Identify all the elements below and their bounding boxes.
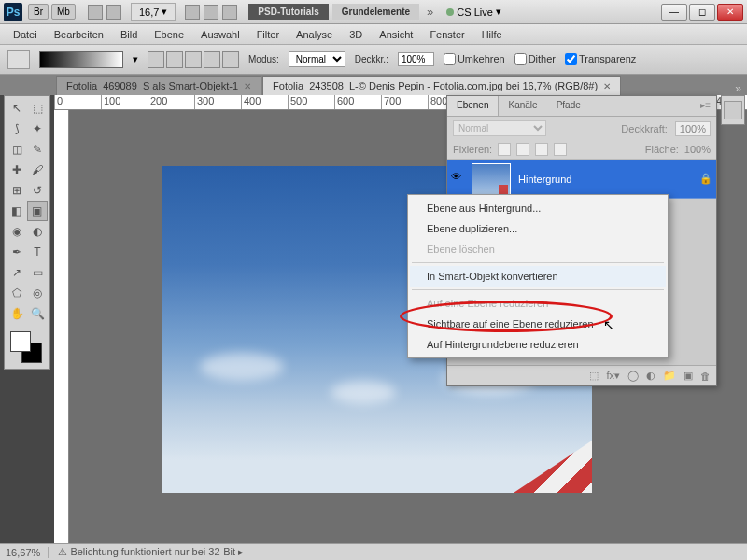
- maximize-button[interactable]: ◻: [689, 4, 715, 21]
- minibridge-button[interactable]: Mb: [51, 4, 76, 20]
- menu-analyse[interactable]: Analyse: [289, 26, 340, 43]
- lock-position-icon[interactable]: [535, 143, 548, 156]
- move-tool[interactable]: ↖: [7, 98, 27, 119]
- layer-thumbnail[interactable]: [472, 163, 511, 195]
- link-layers-icon[interactable]: ⬚: [589, 370, 599, 382]
- hand-tool[interactable]: ✋: [7, 303, 27, 324]
- modus-select[interactable]: Normal: [289, 51, 345, 67]
- wand-tool[interactable]: ✦: [27, 119, 48, 139]
- menu-ebene[interactable]: Ebene: [147, 26, 191, 43]
- path-tool[interactable]: ↗: [7, 262, 27, 283]
- menu-3d[interactable]: 3D: [342, 26, 370, 43]
- ruler-vertical[interactable]: [54, 110, 69, 543]
- radial-gradient-icon[interactable]: [166, 51, 183, 68]
- close-button[interactable]: ✕: [717, 4, 743, 21]
- more-workspaces-icon[interactable]: »: [427, 5, 433, 19]
- panel-menu-icon[interactable]: ▸≡: [695, 96, 716, 116]
- screenmode-icon[interactable]: [222, 5, 237, 20]
- brush-tool[interactable]: 🖌: [27, 160, 48, 180]
- zoom-level[interactable]: 16,7▾: [131, 3, 176, 21]
- layer-fx-icon[interactable]: fx▾: [606, 370, 620, 382]
- history-brush-tool[interactable]: ↺: [27, 180, 48, 201]
- menu-filter[interactable]: Filter: [249, 26, 287, 43]
- view-grid-icon[interactable]: [106, 5, 121, 20]
- 3d-tool[interactable]: ⬠: [7, 283, 27, 303]
- hand-icon[interactable]: [185, 5, 200, 20]
- visibility-icon[interactable]: 👁: [451, 171, 468, 188]
- menu-ansicht[interactable]: Ansicht: [372, 26, 420, 43]
- crop-tool[interactable]: ◫: [7, 139, 27, 160]
- delete-layer-icon[interactable]: 🗑: [700, 371, 711, 382]
- deckkraft-input[interactable]: [398, 52, 434, 66]
- close-tab-icon[interactable]: ✕: [244, 81, 251, 91]
- workspace-psdtutorials[interactable]: PSD-Tutorials: [248, 4, 328, 20]
- lock-all-icon[interactable]: [554, 143, 567, 156]
- ctx-ebene-duplizieren[interactable]: Ebene duplizieren...: [410, 218, 666, 239]
- stamp-tool[interactable]: ⊞: [7, 180, 27, 201]
- angle-gradient-icon[interactable]: [185, 51, 202, 68]
- ctx-hintergrund-reduzieren[interactable]: Auf Hintergrundebene reduzieren: [410, 334, 666, 355]
- fill-value[interactable]: 100%: [684, 144, 711, 155]
- opacity-value[interactable]: 100%: [675, 121, 711, 136]
- ctx-sichtbare-reduzieren[interactable]: Sichtbare auf eine Ebene reduzieren: [410, 314, 666, 334]
- marquee-tool[interactable]: ⬚: [27, 98, 48, 119]
- cslive-button[interactable]: CS Live▾: [446, 6, 501, 18]
- blur-tool[interactable]: ◉: [7, 221, 27, 242]
- eyedropper-tool[interactable]: ✎: [27, 139, 48, 160]
- lock-transparency-icon[interactable]: [498, 143, 511, 156]
- eraser-tool[interactable]: ◧: [7, 201, 27, 221]
- foreground-swatch[interactable]: [10, 331, 31, 352]
- pen-tool[interactable]: ✒: [7, 242, 27, 262]
- opacity-label: Deckkraft:: [621, 123, 668, 134]
- reflected-gradient-icon[interactable]: [204, 51, 220, 68]
- adjustment-layer-icon[interactable]: ◐: [646, 370, 655, 382]
- tab-ebenen[interactable]: Ebenen: [447, 96, 499, 116]
- linear-gradient-icon[interactable]: [148, 51, 164, 68]
- titlebar: Ps Br Mb 16,7▾ PSD-Tutorials Grundelemen…: [0, 0, 747, 24]
- transparenz-check[interactable]: Transparenz: [565, 53, 636, 66]
- close-tab-icon[interactable]: ✕: [603, 81, 611, 91]
- current-tool-icon[interactable]: [7, 50, 30, 69]
- lock-pixels-icon[interactable]: [516, 143, 529, 156]
- heal-tool[interactable]: ✚: [7, 160, 27, 180]
- view-extras-icon[interactable]: [88, 5, 103, 20]
- dock-icon-1[interactable]: [724, 101, 742, 119]
- group-icon[interactable]: 📁: [663, 370, 676, 382]
- shape-tool[interactable]: ▭: [27, 262, 48, 283]
- minimize-button[interactable]: —: [661, 4, 687, 21]
- ctx-separator: [412, 289, 664, 290]
- menu-bild[interactable]: Bild: [113, 26, 145, 43]
- 3d-camera-tool[interactable]: ◎: [27, 283, 48, 303]
- status-zoom[interactable]: 16,67%: [6, 547, 49, 558]
- menu-bearbeiten[interactable]: Bearbeiten: [47, 26, 111, 43]
- type-tool[interactable]: T: [27, 242, 48, 262]
- doc-tab-2[interactable]: Fotolia_243508_L-© Denis Pepin - Fotolia…: [262, 76, 621, 95]
- color-swatches[interactable]: [7, 329, 48, 367]
- doc-tab-1[interactable]: Fotolia_469089_S als Smart-Objekt-1✕: [56, 76, 261, 95]
- new-layer-icon[interactable]: ▣: [684, 370, 693, 382]
- tab-kanaele[interactable]: Kanäle: [499, 96, 546, 116]
- tab-pfade[interactable]: Pfade: [547, 96, 590, 116]
- ctx-smart-objekt-konvertieren[interactable]: In Smart-Objekt konvertieren: [410, 266, 666, 287]
- zoom-tool[interactable]: 🔍: [27, 303, 48, 324]
- menu-hilfe[interactable]: Hilfe: [474, 26, 510, 43]
- menu-auswahl[interactable]: Auswahl: [193, 26, 247, 43]
- dither-check[interactable]: Dither: [514, 53, 556, 66]
- diamond-gradient-icon[interactable]: [222, 51, 239, 68]
- gradient-picker[interactable]: [39, 51, 123, 68]
- ctx-ebene-aus-hintergrund[interactable]: Ebene aus Hintergrund...: [410, 198, 666, 218]
- tab-overflow-icon[interactable]: »: [735, 82, 741, 95]
- layer-mask-icon[interactable]: ◯: [627, 370, 639, 382]
- umkehren-check[interactable]: Umkehren: [444, 53, 505, 66]
- bridge-button[interactable]: Br: [28, 4, 49, 20]
- layer-row-hintergrund[interactable]: 👁 Hintergrund 🔒: [447, 160, 716, 199]
- menu-datei[interactable]: Datei: [6, 26, 45, 43]
- blend-mode-select[interactable]: Normal: [453, 120, 546, 136]
- context-menu: Ebene aus Hintergrund... Ebene duplizier…: [407, 194, 669, 358]
- gradient-tool[interactable]: ▣: [27, 201, 48, 221]
- dodge-tool[interactable]: ◐: [27, 221, 48, 242]
- arrange-icon[interactable]: [204, 5, 218, 20]
- menu-fenster[interactable]: Fenster: [422, 26, 472, 43]
- workspace-grundelemente[interactable]: Grundelemente: [332, 4, 419, 20]
- lasso-tool[interactable]: ⟆: [7, 119, 27, 139]
